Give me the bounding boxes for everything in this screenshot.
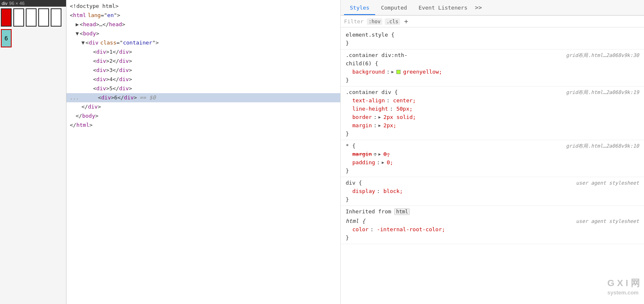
element-tag: div: [2, 1, 7, 6]
rule-nth-child-6-header: .container div:nth-child(6) { grid布局.htm…: [346, 51, 639, 68]
tab-more[interactable]: >>: [475, 4, 482, 11]
rule-property-line-height: line-height : 50px;: [346, 105, 639, 113]
rule-container-div-header: .container div { grid布局.html…2a068v9k:19: [346, 88, 639, 96]
dom-line-div2[interactable]: <div>2</div>: [66, 57, 340, 66]
rule-nth-child-6: .container div:nth-child(6) { grid布局.htm…: [341, 49, 644, 87]
styles-panel: Styles Computed Event Listeners >> Filte…: [341, 0, 644, 304]
color-swatch-greenyellow[interactable]: [396, 70, 401, 74]
dom-line-head[interactable]: ▶ <head>…</head>: [66, 20, 340, 29]
inherited-header: Inherited from html: [341, 206, 644, 215]
tab-styles[interactable]: Styles: [344, 1, 375, 15]
grid-cell-6: 6: [1, 29, 12, 47]
rule-close-brace-6: }: [346, 234, 639, 242]
rule-universal: * { grid布局.html…2a068v9k:10 margin : ▶ 0…: [341, 140, 644, 177]
grid-cell-4: [38, 8, 49, 27]
rule-source-2[interactable]: grid布局.html…2a068v9k:19: [566, 88, 639, 96]
tab-computed[interactable]: Computed: [375, 1, 413, 15]
rule-source[interactable]: grid布局.html…2a068v9k:30: [566, 51, 639, 59]
rule-source-html-ua: user agent stylesheet: [576, 217, 639, 225]
dom-line-div4[interactable]: <div>4</div>: [66, 75, 340, 84]
rule-close-brace-4: }: [346, 167, 639, 175]
dom-panel[interactable]: <!doctype html> <html lang="en"> ▶ <head…: [66, 0, 341, 304]
inherited-html-tag: html: [394, 208, 410, 215]
rule-html-selector: html {: [346, 217, 365, 225]
rule-universal-header: * { grid布局.html…2a068v9k:10: [346, 142, 639, 150]
dom-line-body-open[interactable]: ▼ <body>: [66, 29, 340, 38]
grid-cell-3: [26, 8, 37, 27]
grid-cell-2: [13, 8, 24, 27]
rule-element-style-header: element.style {: [346, 31, 639, 39]
dom-line-div5[interactable]: <div>5</div>: [66, 84, 340, 93]
dom-line-div6-selected[interactable]: ... <div>6</div> == $0: [66, 93, 340, 102]
filter-add-button[interactable]: +: [404, 17, 408, 25]
rule-source-ua: user agent stylesheet: [576, 179, 639, 187]
devtools-main: <!doctype html> <html lang="en"> ▶ <head…: [66, 0, 644, 304]
rule-nth-selector: .container div:nth-child(6) {: [346, 51, 408, 68]
dom-line-div3[interactable]: <div>3</div>: [66, 66, 340, 75]
rule-source-3[interactable]: grid布局.html…2a068v9k:10: [566, 142, 639, 150]
dom-line-body-close[interactable]: </body>: [66, 111, 340, 121]
rule-property-text-align: text-align : center;: [346, 96, 639, 105]
app-wrapper: div 96 × 46 6 <!doctype html> <html la: [0, 0, 644, 304]
grid-cell-1: [1, 8, 12, 27]
rule-property-background: background : ▶ greenyellow;: [346, 68, 639, 76]
rule-close-brace: }: [346, 39, 639, 47]
element-size: 96 × 46: [9, 1, 25, 6]
grid-cell-5: [51, 8, 61, 27]
rule-html-ua: html { user agent stylesheet color : -in…: [341, 215, 644, 244]
dom-line-html-close[interactable]: </html>: [66, 121, 340, 130]
dom-line-div1[interactable]: <div>1</div>: [66, 47, 340, 57]
rule-property-display: display : block;: [346, 187, 639, 195]
filter-bar: Filter :hov .cls +: [341, 16, 644, 27]
rule-close-brace-3: }: [346, 130, 639, 138]
dom-line-container-open[interactable]: ▼ <div class="container">: [66, 38, 340, 47]
rule-selector: element.style {: [346, 31, 394, 39]
dom-line-html[interactable]: <html lang="en">: [66, 11, 340, 20]
filter-actions: :hov .cls +: [367, 17, 408, 25]
rule-property-margin: margin : ▶ 2px;: [346, 121, 639, 130]
dom-line-doctype: <!doctype html>: [66, 2, 340, 11]
devtools-tabs: Styles Computed Event Listeners >>: [341, 0, 644, 16]
preview-panel: div 96 × 46 6: [0, 0, 66, 304]
filter-cls-button[interactable]: .cls: [385, 18, 400, 25]
filter-hov-button[interactable]: :hov: [367, 18, 382, 25]
filter-placeholder: Filter: [344, 18, 364, 25]
rule-universal-selector: * {: [346, 142, 355, 150]
rule-property-padding: padding : ▶ 0;: [346, 158, 639, 167]
rule-div-selector: div {: [346, 179, 362, 187]
rule-div-ua-header: div { user agent stylesheet: [346, 179, 639, 187]
dom-line-container-close[interactable]: </div>: [66, 102, 340, 111]
rule-property-border: border : ▶ 2px solid;: [346, 113, 639, 121]
rule-container-selector: .container div {: [346, 88, 398, 96]
css-rules-list: element.style { } .container div:nth-chi…: [341, 27, 644, 304]
element-label-bar: div 96 × 46: [0, 0, 66, 7]
rule-container-div: .container div { grid布局.html…2a068v9k:19…: [341, 87, 644, 140]
rule-close-brace-2: }: [346, 76, 639, 84]
rule-element-style: element.style { }: [341, 29, 644, 49]
rule-div-ua: div { user agent stylesheet display : bl…: [341, 177, 644, 206]
rule-property-color: color : -internal-root-color;: [346, 225, 639, 234]
grid-preview: 6: [0, 7, 66, 52]
rule-html-ua-header: html { user agent stylesheet: [346, 217, 639, 225]
tab-event-listeners[interactable]: Event Listeners: [413, 1, 473, 15]
rule-property-margin-strikethrough: margin : ▶ 0;: [346, 150, 639, 158]
rule-close-brace-5: }: [346, 195, 639, 204]
